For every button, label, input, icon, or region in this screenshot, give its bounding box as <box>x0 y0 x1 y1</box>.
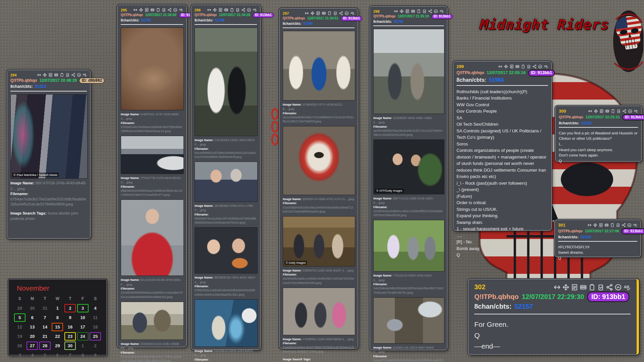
photo-mccain-saudi-couple[interactable] <box>283 288 355 335</box>
calendar-day[interactable]: 19 <box>14 332 25 341</box>
images-icon[interactable] <box>322 11 326 15</box>
move-icon[interactable] <box>213 8 217 12</box>
share-icon[interactable] <box>606 284 613 291</box>
document-icon[interactable] <box>316 11 320 15</box>
document-icon[interactable] <box>218 8 223 12</box>
collapse-icon[interactable] <box>627 223 632 227</box>
calendar-day[interactable]: 5 <box>39 351 51 359</box>
post-number[interactable]: 297 <box>283 11 289 15</box>
photo-alwaleed-portrait[interactable] <box>283 126 355 195</box>
photo-hands-closeup[interactable] <box>121 27 184 110</box>
calendar-day-highlighted[interactable]: 30 <box>64 342 76 350</box>
share-icon[interactable] <box>71 73 75 77</box>
move-icon[interactable] <box>43 73 47 77</box>
text-toggle-icon[interactable]: AB <box>439 9 444 13</box>
images-icon[interactable] <box>150 8 155 12</box>
board-post-link[interactable]: 52157 <box>515 303 533 310</box>
photo-clinton-older-man-hat[interactable] <box>121 302 184 340</box>
share-icon[interactable] <box>428 9 432 13</box>
collapse-icon[interactable] <box>614 284 622 291</box>
photo-obama-seated-meeting[interactable] <box>373 297 444 344</box>
calendar-day[interactable]: 26 <box>14 342 25 350</box>
clipboard-check-icon[interactable] <box>333 11 337 15</box>
clipboard-icon[interactable] <box>230 8 234 12</box>
move-icon[interactable] <box>504 64 508 69</box>
expand-icon[interactable] <box>305 11 309 15</box>
calendar-day-highlighted[interactable]: 3 <box>77 304 89 312</box>
move-icon[interactable] <box>310 11 315 15</box>
images-icon[interactable] <box>604 223 609 227</box>
share-icon[interactable] <box>167 8 172 12</box>
calendar-day-highlighted[interactable]: 28 <box>39 342 51 350</box>
calendar-day[interactable]: 1 <box>77 342 89 350</box>
share-icon[interactable] <box>622 223 626 227</box>
board-post-link[interactable]: 51739 <box>215 18 224 22</box>
text-toggle-icon[interactable]: AB <box>623 284 631 291</box>
share-icon[interactable] <box>622 109 627 113</box>
photo-queen-harry-alwaleed[interactable] <box>373 220 444 272</box>
calendar-day[interactable]: 3 <box>14 351 25 359</box>
calendar-day-highlighted[interactable]: 23 <box>64 332 76 341</box>
clipboard-check-icon[interactable] <box>597 284 604 291</box>
collapse-icon[interactable] <box>344 11 349 15</box>
clipboard-check-icon[interactable] <box>65 73 70 77</box>
post-number[interactable]: 300 <box>559 109 566 114</box>
text-toggle-icon[interactable]: AB <box>633 223 637 227</box>
clipboard-check-icon[interactable] <box>616 109 621 113</box>
photo-mccain-clinton[interactable] <box>195 227 258 274</box>
board-post-link[interactable]: 51313 <box>35 84 46 89</box>
share-icon[interactable] <box>339 11 343 15</box>
calendar-day-highlighted[interactable]: 15 <box>52 323 63 331</box>
photo-merkel-red-jacket[interactable] <box>121 199 184 276</box>
calendar-day-highlighted[interactable]: 27 <box>26 342 38 350</box>
document-icon[interactable] <box>145 8 149 12</box>
expand-icon[interactable] <box>37 73 41 77</box>
calendar-day[interactable]: 31 <box>39 304 51 312</box>
calendar-day[interactable]: 20 <box>26 332 38 341</box>
photo-clinton-group-outdoors[interactable] <box>373 29 444 114</box>
images-icon[interactable] <box>54 73 58 77</box>
post-number[interactable]: 294 <box>10 73 16 77</box>
calendar-day-highlighted[interactable]: 24 <box>77 332 89 341</box>
calendar-day[interactable]: 29 <box>52 342 63 350</box>
calendar-day[interactable]: 9 <box>90 351 101 359</box>
clipboard-check-icon[interactable] <box>616 223 620 227</box>
calendar-day-highlighted[interactable]: 25 <box>90 332 101 341</box>
photo-clinton-handshake-podium[interactable] <box>195 299 258 347</box>
clipboard-icon[interactable] <box>156 8 160 12</box>
images-icon[interactable] <box>411 9 415 13</box>
text-toggle-icon[interactable]: AB <box>350 11 355 15</box>
calendar-day[interactable]: 14 <box>39 323 51 331</box>
photo-clinton-blurred-man[interactable] <box>195 162 258 202</box>
calendar-day[interactable]: 12 <box>14 323 25 331</box>
calendar-day[interactable]: 1 <box>52 304 63 312</box>
text-toggle-icon[interactable]: AB <box>253 8 257 12</box>
clipboard-check-icon[interactable] <box>162 8 166 12</box>
expand-icon[interactable] <box>394 9 398 13</box>
images-icon[interactable] <box>515 64 520 69</box>
post-number[interactable]: 299 <box>457 64 464 69</box>
share-icon[interactable] <box>241 8 246 12</box>
calendar-day-highlighted[interactable]: 2 <box>64 304 76 312</box>
poster-id-badge[interactable]: ID: 913bb1 <box>587 292 629 302</box>
poster-id-badge[interactable]: ID: 913bb1 <box>528 70 555 76</box>
images-icon[interactable] <box>580 284 587 291</box>
clipboard-check-icon[interactable] <box>235 8 240 12</box>
collapse-icon[interactable] <box>628 109 632 113</box>
photo-royal-group-palace[interactable]: © Getty Images <box>283 216 355 266</box>
move-icon[interactable] <box>562 284 570 291</box>
text-toggle-icon[interactable]: AB <box>544 64 548 69</box>
collapse-icon[interactable] <box>247 8 251 12</box>
document-icon[interactable] <box>599 109 604 113</box>
clipboard-icon[interactable] <box>610 223 614 227</box>
board-post-link[interactable]: 51984 <box>489 77 504 83</box>
calendar-day[interactable]: 6 <box>26 313 38 322</box>
expand-icon[interactable] <box>588 109 592 113</box>
calendar-day[interactable]: 2 <box>90 342 101 350</box>
text-toggle-icon[interactable]: AB <box>634 109 638 113</box>
clipboard-check-icon[interactable] <box>527 64 531 69</box>
collapse-icon[interactable] <box>538 64 542 69</box>
expand-icon[interactable] <box>207 8 211 12</box>
poster-id-badge[interactable]: ID: 913bb1 <box>431 14 453 19</box>
calendar-day[interactable]: 7 <box>39 313 51 322</box>
